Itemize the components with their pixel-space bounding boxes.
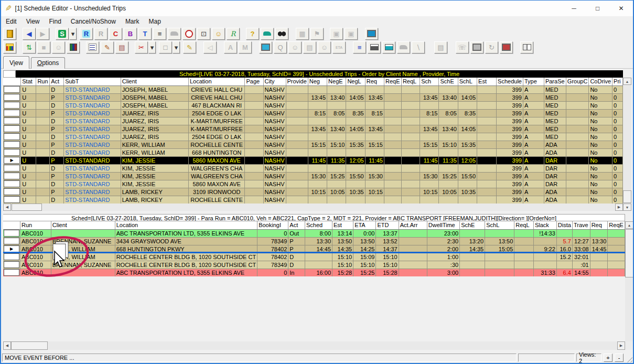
cell-sche[interactable]: 10:05: [439, 188, 458, 196]
people2-disabled-icon[interactable]: ☺: [318, 41, 331, 53]
row-selector[interactable]: [3, 125, 21, 133]
row-selector[interactable]: [3, 261, 20, 269]
cell-sche[interactable]: [439, 180, 458, 188]
cell-pri[interactable]: 0: [612, 133, 623, 141]
cell-type[interactable]: A: [523, 164, 544, 172]
cell-page[interactable]: [245, 196, 263, 204]
col-header-location[interactable]: Location: [188, 78, 244, 85]
cell-eta[interactable]: 13:50: [353, 237, 376, 245]
people-disabled-icon[interactable]: ☺: [288, 41, 302, 53]
cell-act[interactable]: D: [288, 253, 305, 261]
cell-run[interactable]: [36, 164, 50, 172]
cell-location[interactable]: WALGREEN'S CHA: [188, 164, 244, 172]
cell-pri[interactable]: 0: [612, 85, 623, 93]
cell-req[interactable]: [365, 180, 384, 188]
cell-codrive[interactable]: No: [589, 93, 612, 101]
cell-schl[interactable]: 13:50: [485, 237, 514, 245]
cell-city[interactable]: NASHV: [263, 188, 286, 196]
cell-subt[interactable]: STD-STANDARD: [64, 196, 121, 204]
cell-sch[interactable]: 13:45: [420, 125, 439, 133]
cell-negl[interactable]: 10:35: [346, 188, 365, 196]
cell-negl[interactable]: [346, 180, 365, 188]
cell-reqe[interactable]: [384, 109, 401, 117]
cell-reqe[interactable]: [384, 117, 401, 125]
cell-subt[interactable]: STD-STANDARD: [64, 125, 121, 133]
cell-subt[interactable]: STD-STANDARD: [64, 141, 121, 148]
cell-req[interactable]: [590, 269, 608, 276]
cell-location[interactable]: ROCHELLE CENTER BLDG B, 1020 SOUTHSIDE C…: [115, 253, 257, 261]
cell-codrive[interactable]: No: [589, 117, 612, 125]
cell-client[interactable]: JUAREZ, IRIS: [121, 117, 188, 125]
cell-schedule[interactable]: 399: [497, 133, 523, 141]
cell-page[interactable]: [245, 156, 263, 164]
cell-client[interactable]: JOSEPH, MABEL: [121, 93, 188, 101]
row-selector[interactable]: [3, 188, 21, 196]
run-r-icon[interactable]: R: [80, 28, 93, 40]
cell-reql[interactable]: [401, 125, 420, 133]
cell-stat[interactable]: U: [21, 101, 36, 109]
cell-reqe[interactable]: [608, 237, 625, 245]
cell-codrive[interactable]: No: [589, 85, 612, 93]
cell-schedule[interactable]: 399: [497, 117, 523, 125]
cell-etd[interactable]: 15:10: [376, 261, 399, 269]
cell-req[interactable]: [365, 133, 384, 141]
cell-sched[interactable]: 13:30: [305, 237, 332, 245]
col-header-reql[interactable]: ReqL: [401, 78, 420, 85]
col-header-neg[interactable]: Neg: [308, 78, 327, 85]
cell-sched[interactable]: [305, 261, 332, 269]
cell-nege[interactable]: 8:05: [327, 109, 346, 117]
cell-req[interactable]: [365, 196, 384, 204]
col-header-sche[interactable]: SchE: [460, 221, 485, 229]
cell-pri[interactable]: 0: [612, 117, 623, 125]
cell-page[interactable]: [245, 188, 263, 196]
cell-neg[interactable]: [308, 133, 327, 141]
cell-neg[interactable]: [308, 148, 327, 156]
cell-client[interactable]: KIM, JESSIE: [121, 180, 188, 188]
cell-sche[interactable]: 13:40: [439, 125, 458, 133]
cell-schedule[interactable]: 399: [497, 141, 523, 148]
trip-cut-dropdown-icon[interactable]: ▾: [148, 41, 156, 53]
cell-dwelltime[interactable]: 2:30: [427, 237, 459, 245]
cell-client[interactable]: KERR, WILLIAM: [121, 141, 188, 148]
cell-city[interactable]: NASHV: [263, 133, 286, 141]
cell-codrive[interactable]: No: [589, 148, 612, 156]
cell-sche[interactable]: [460, 253, 485, 261]
cell-sch[interactable]: [420, 133, 439, 141]
cell-schedule[interactable]: 399: [497, 85, 523, 93]
cell-sched[interactable]: 16:00: [305, 269, 332, 276]
cell-eta[interactable]: 0:00: [353, 229, 376, 237]
scroll-right-icon[interactable]: ▶: [615, 204, 623, 211]
cell-slack[interactable]: [533, 237, 556, 245]
cell-negl[interactable]: 15:50: [346, 172, 365, 180]
cell-pri[interactable]: 0: [612, 101, 623, 109]
cell-reql[interactable]: [514, 269, 534, 276]
cell-subt[interactable]: STD-STANDARD: [64, 172, 121, 180]
col-header-slack[interactable]: Slack: [533, 221, 556, 229]
cell-slack[interactable]: !14:33: [533, 229, 556, 237]
cell-reqe[interactable]: [608, 269, 625, 276]
map-m-disabled-icon[interactable]: M: [239, 41, 252, 53]
cell-schedule[interactable]: 399: [497, 125, 523, 133]
cell-negl[interactable]: [346, 196, 365, 204]
bus-disabled-icon[interactable]: [168, 28, 181, 40]
back-icon[interactable]: ◀: [23, 28, 36, 40]
cell-sched[interactable]: 8:00: [305, 229, 332, 237]
col-header-pri[interactable]: Pri: [612, 78, 623, 85]
book-icon[interactable]: [520, 41, 533, 53]
cell-stat[interactable]: U: [21, 141, 36, 148]
cell-schl[interactable]: [458, 164, 477, 172]
resize-grip[interactable]: [625, 355, 632, 362]
cell-location[interactable]: WALGREEN'S CHA: [188, 172, 244, 180]
cell-actarr[interactable]: [399, 261, 427, 269]
cell-groupc[interactable]: [566, 188, 589, 196]
cell-act[interactable]: D: [50, 164, 64, 172]
unscheduled-trip-row[interactable]: UPSTD-STANDARDLAMB, RICKEY3109 IRONWOODN…: [3, 188, 623, 196]
cell-nege[interactable]: [327, 117, 346, 125]
cell-client[interactable]: JUAREZ, IRIS: [121, 133, 188, 141]
cell-parase[interactable]: MED: [544, 125, 566, 133]
cell-run[interactable]: [36, 101, 50, 109]
cell-bookingi[interactable]: 78349: [257, 237, 288, 245]
cell-schl[interactable]: [485, 261, 514, 269]
cell-pri[interactable]: 0: [612, 180, 623, 188]
cell-est[interactable]: [477, 117, 497, 125]
